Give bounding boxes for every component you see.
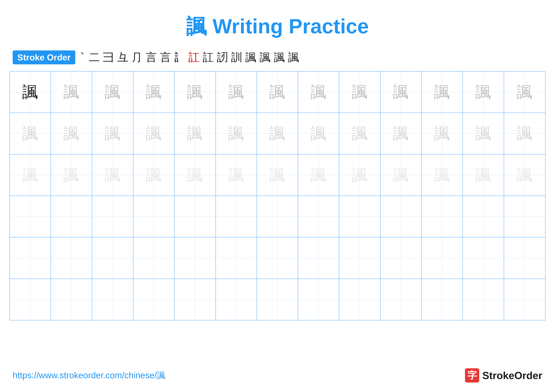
- grid-cell[interactable]: 諷: [92, 155, 133, 196]
- grid-cell[interactable]: [463, 279, 504, 320]
- grid-cell[interactable]: 諷: [175, 113, 216, 154]
- grid-cell[interactable]: [216, 196, 257, 237]
- stroke-15: 諷: [274, 50, 285, 65]
- grid-cell[interactable]: 諷: [298, 155, 339, 196]
- grid-cell[interactable]: [422, 279, 463, 320]
- grid-cell[interactable]: 諷: [463, 71, 504, 113]
- grid-cell[interactable]: 諷: [133, 155, 175, 196]
- grid-cell[interactable]: 諷: [10, 155, 51, 196]
- grid-row-3: 諷 諷 諷 諷 諷 諷 諷 諷 諷 諷 諷 諷 諷: [10, 155, 545, 196]
- page-title: 諷 Writing Practice: [0, 0, 555, 47]
- grid-cell[interactable]: 諷: [298, 71, 339, 113]
- grid-cell[interactable]: [133, 279, 175, 320]
- grid-cell[interactable]: 諷: [133, 71, 175, 113]
- grid-cell[interactable]: 諷: [51, 113, 92, 154]
- grid-cell[interactable]: [257, 196, 298, 237]
- stroke-9: 訌: [189, 50, 199, 65]
- grid-cell[interactable]: 諷: [422, 71, 463, 113]
- grid-cell[interactable]: [175, 237, 216, 278]
- grid-cell[interactable]: [504, 279, 545, 320]
- grid-cell[interactable]: [10, 237, 51, 278]
- practice-char: 諷: [270, 126, 285, 141]
- grid-cell[interactable]: 諷: [257, 71, 298, 113]
- grid-cell[interactable]: [257, 279, 298, 320]
- grid-cell[interactable]: [298, 237, 339, 278]
- practice-char: 諷: [63, 84, 79, 100]
- grid-cell[interactable]: [380, 196, 422, 237]
- grid-cell[interactable]: 諷: [10, 113, 51, 154]
- practice-char: 諷: [105, 84, 121, 100]
- grid-cell[interactable]: 諷: [380, 71, 422, 113]
- grid-cell[interactable]: 諷: [339, 155, 380, 196]
- grid-cell[interactable]: [504, 237, 545, 278]
- grid-cell[interactable]: [133, 196, 175, 237]
- grid-cell[interactable]: [339, 237, 380, 278]
- practice-char: 諷: [517, 126, 533, 141]
- grid-cell[interactable]: 諷: [504, 113, 545, 154]
- grid-cell[interactable]: [133, 237, 175, 278]
- grid-cell[interactable]: 諷: [216, 113, 257, 154]
- grid-cell[interactable]: 諷: [51, 155, 92, 196]
- stroke-order-badge: Stroke Order: [13, 50, 75, 64]
- grid-cell[interactable]: [92, 237, 133, 278]
- grid-cell[interactable]: [51, 279, 92, 320]
- grid-cell[interactable]: [10, 196, 51, 237]
- grid-cell[interactable]: [175, 279, 216, 320]
- grid-cell[interactable]: 諷: [463, 113, 504, 154]
- grid-cell[interactable]: [51, 237, 92, 278]
- logo-text: StrokeOrder: [482, 370, 542, 381]
- grid-cell[interactable]: 諷: [133, 113, 175, 154]
- grid-cell[interactable]: 諷: [422, 155, 463, 196]
- grid-cell[interactable]: 諷: [216, 155, 257, 196]
- grid-cell[interactable]: 諷: [422, 113, 463, 154]
- grid-cell[interactable]: 諷: [380, 155, 422, 196]
- grid-cell[interactable]: [216, 237, 257, 278]
- grid-cell[interactable]: 諷: [504, 155, 545, 196]
- grid-row-5: [10, 237, 545, 279]
- grid-cell[interactable]: [504, 196, 545, 237]
- stroke-2: 二: [89, 50, 100, 65]
- grid-cell[interactable]: 諷: [92, 71, 133, 113]
- practice-char: 諷: [352, 126, 368, 141]
- grid-cell[interactable]: 諷: [298, 113, 339, 154]
- grid-cell[interactable]: [51, 196, 92, 237]
- grid-cell[interactable]: 諷: [257, 155, 298, 196]
- grid-cell[interactable]: 諷: [10, 71, 51, 113]
- grid-cell[interactable]: [298, 196, 339, 237]
- practice-char: 諷: [146, 126, 162, 141]
- practice-char: 諷: [187, 167, 203, 183]
- grid-cell[interactable]: [422, 237, 463, 278]
- grid-cell[interactable]: 諷: [504, 71, 545, 113]
- grid-cell[interactable]: 諷: [175, 155, 216, 196]
- grid-cell[interactable]: [92, 279, 133, 320]
- practice-char: 諷: [434, 126, 450, 141]
- grid-cell[interactable]: [463, 237, 504, 278]
- grid-cell[interactable]: [92, 196, 133, 237]
- grid-cell[interactable]: 諷: [257, 113, 298, 154]
- grid-cell[interactable]: 諷: [339, 71, 380, 113]
- grid-cell[interactable]: 諷: [216, 71, 257, 113]
- practice-char: 諷: [105, 167, 121, 183]
- grid-cell[interactable]: [422, 196, 463, 237]
- grid-cell[interactable]: [10, 279, 51, 320]
- grid-cell[interactable]: [339, 196, 380, 237]
- grid-cell[interactable]: 諷: [339, 113, 380, 154]
- grid-cell[interactable]: 諷: [92, 113, 133, 154]
- grid-cell[interactable]: 諷: [51, 71, 92, 113]
- grid-cell[interactable]: 諷: [463, 155, 504, 196]
- stroke-12: 訓: [231, 50, 242, 65]
- practice-char: 諷: [228, 167, 244, 183]
- grid-cell[interactable]: [380, 237, 422, 278]
- grid-cell[interactable]: [257, 237, 298, 278]
- grid-cell[interactable]: 諷: [175, 71, 216, 113]
- grid-cell[interactable]: 諷: [380, 113, 422, 154]
- grid-cell[interactable]: [339, 279, 380, 320]
- grid-cell[interactable]: [298, 279, 339, 320]
- grid-cell[interactable]: [463, 196, 504, 237]
- title-char: 諷: [186, 15, 207, 38]
- footer-logo: 字 StrokeOrder: [465, 368, 542, 383]
- stroke-7: 言: [160, 50, 171, 65]
- grid-cell[interactable]: [216, 279, 257, 320]
- grid-cell[interactable]: [175, 196, 216, 237]
- grid-cell[interactable]: [380, 279, 422, 320]
